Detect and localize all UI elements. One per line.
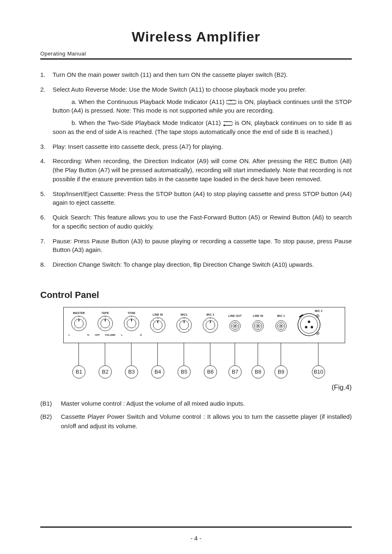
section-title: Control Panel	[40, 290, 352, 300]
svg-line-7	[83, 328, 84, 328]
callout-b1: B1	[72, 365, 85, 379]
svg-point-24	[150, 318, 165, 332]
jack-lineout: LINE OUT	[224, 314, 246, 334]
page-number: - 4 -	[0, 535, 392, 542]
knob-icon	[202, 317, 219, 333]
doc-subhead: Operating Manual	[40, 51, 352, 57]
callout-b2: B2	[99, 365, 112, 379]
figure-caption: (Fig.4)	[40, 383, 352, 392]
svg-point-59	[280, 325, 282, 327]
item-number: 6.	[40, 213, 53, 231]
knob-icon	[97, 315, 113, 332]
desc-text: Master volume control : Adjust the volum…	[61, 399, 352, 409]
desc-text: Cassette Player Power Switch and Volume …	[61, 412, 352, 431]
range-r: VOLUME	[105, 334, 115, 336]
knob-tape: TAPE OFFVOLUME	[92, 312, 118, 336]
svg-point-0	[71, 316, 86, 331]
callout-row: B1 B2 B3 B4 B5 B6 B7 B8 B9 B10	[63, 343, 345, 380]
list-item: 4. Recording: When recording, the Direct…	[40, 157, 352, 183]
item-text: Select Auto Reverse Mode: Use the Mode S…	[53, 85, 352, 136]
svg-line-21	[127, 319, 127, 319]
knob-label: LINE IN	[145, 313, 171, 316]
callout-line	[210, 343, 210, 365]
svg-line-45	[205, 320, 206, 321]
svg-line-14	[100, 328, 101, 328]
jack-label: LINE IN	[247, 314, 269, 317]
item-number: 4.	[40, 157, 53, 183]
knob-tone: TONE LH	[119, 312, 144, 336]
svg-line-4	[83, 319, 84, 319]
svg-line-20	[136, 319, 136, 319]
range-r: H	[88, 334, 89, 336]
callout-line	[184, 343, 184, 365]
callout-line	[157, 343, 158, 365]
svg-point-55	[257, 325, 259, 327]
jack-linein: LINE IN	[247, 314, 269, 334]
callout-b6: B6	[204, 365, 217, 379]
knob-label: MIC1	[171, 313, 197, 316]
item-text: Turn ON the main power switch (11) and t…	[53, 70, 352, 79]
instruction-list: 1. Turn ON the main power switch (11) an…	[40, 70, 352, 269]
callout-b7: B7	[228, 365, 242, 379]
svg-point-66	[317, 316, 318, 316]
terminal-mic2: MIC 2	[293, 309, 323, 339]
svg-line-15	[109, 328, 110, 328]
terminal-label: MIC 2	[293, 309, 323, 312]
callout-b8: B8	[251, 365, 265, 379]
callout-b3: B3	[125, 365, 138, 379]
knob-icon	[71, 315, 87, 332]
callout-line	[318, 343, 318, 365]
knob-label: TAPE	[92, 312, 118, 314]
svg-line-47	[214, 329, 215, 330]
svg-point-61	[300, 316, 318, 333]
svg-point-68	[317, 333, 318, 334]
item-number: 2.	[40, 85, 53, 136]
item-text: Recording: When recording, the Direction…	[53, 157, 352, 183]
list-item: 6. Quick Search: This feature allows you…	[40, 213, 352, 231]
sub-item-a: a. When the Continuous Playback Mode Ind…	[53, 97, 352, 115]
item-text: Stop/Insert/Eject Cassette: Press the ST…	[53, 189, 352, 208]
svg-line-23	[136, 328, 136, 328]
sub-text-pre: b. When the Two-Side Playback Mode Indic…	[71, 119, 223, 126]
knob-linein: LINE IN	[145, 313, 171, 335]
item-number: 3.	[40, 142, 53, 151]
svg-line-36	[188, 320, 189, 321]
list-item: 1. Turn ON the main power switch (11) an…	[40, 70, 352, 79]
svg-line-5	[74, 319, 75, 319]
svg-line-39	[188, 329, 189, 330]
callout-line	[281, 343, 281, 365]
list-item: 5. Stop/Insert/Eject Cassette: Press the…	[40, 189, 352, 208]
svg-point-63	[311, 326, 313, 328]
desc-tag: (B2)	[40, 412, 61, 431]
desc-item: (B1) Master volume control : Adjust the …	[40, 399, 352, 409]
callout-b9: B9	[274, 365, 288, 379]
item-text: Pause: Press Pause Button (A3) to pause …	[53, 237, 352, 255]
knob-label: TONE	[119, 312, 144, 314]
panel-outline: MASTER LH TAPE OFFVOLUME TONE LH LINE IN…	[63, 307, 345, 343]
item-number: 8.	[40, 260, 53, 269]
sub-text-pre: a. When the Continuous Playback Mode Ind…	[71, 98, 226, 105]
callout-b5: B5	[178, 365, 191, 379]
callout-line	[258, 343, 258, 365]
item-text: Direction Change Switch: To change play …	[53, 260, 352, 269]
knob-range: OFFVOLUME	[92, 334, 118, 336]
knob-range: LH	[119, 334, 144, 336]
sub-item-b: b. When the Two-Side Playback Mode Indic…	[53, 118, 352, 136]
range-l: OFF	[95, 334, 100, 336]
jack-icon	[252, 320, 264, 332]
item-text-main: Select Auto Reverse Mode: Use the Mode S…	[53, 86, 307, 93]
xlr-connector-icon	[295, 312, 321, 337]
jack-label: MIC 1	[270, 314, 292, 317]
range-l: L	[121, 334, 123, 336]
svg-line-31	[162, 329, 163, 330]
knob-range: LH	[66, 334, 92, 336]
item-text: Quick Search: This feature allows you to…	[53, 213, 352, 231]
svg-line-29	[153, 320, 154, 321]
svg-line-38	[179, 329, 180, 330]
svg-line-28	[162, 320, 163, 321]
desc-item: (B2) Cassette Player Power Switch and Vo…	[40, 412, 352, 431]
list-item: 8. Direction Change Switch: To change pl…	[40, 260, 352, 269]
panel-description-list: (B1) Master volume control : Adjust the …	[40, 399, 352, 431]
knob-icon	[123, 315, 140, 332]
callout-line	[131, 343, 131, 365]
